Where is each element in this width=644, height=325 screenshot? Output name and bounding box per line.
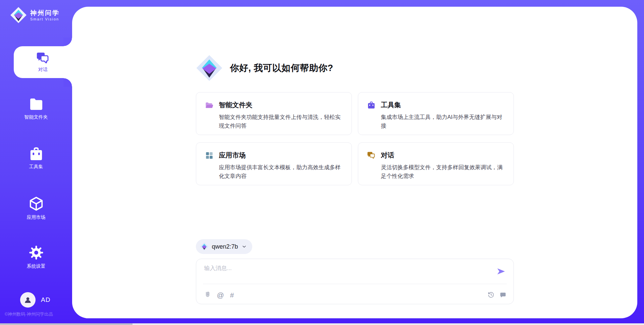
card-description: 集成市场上主流工具，助力AI与外界无缝扩展与对接 [381,113,504,130]
sidebar-item-label: 工具集 [29,164,43,170]
brand-diamond-logo-icon [10,7,27,23]
card-title: 工具集 [381,101,401,110]
card-smart-folder[interactable]: 智能文件夹 智能文件夹功能支持批量文件上传与清洗，轻松实现文件问答 [196,92,352,135]
briefcase-icon [367,101,376,110]
send-button[interactable] [496,266,506,276]
copyright-text: ©神州数码·神州问学出品 [5,311,53,317]
model-name: qwen2:7b [212,243,238,250]
topic-button[interactable]: # [230,291,234,299]
composer-toolbar: @ # [204,291,506,299]
sidebar-item-label: 系统设置 [27,263,46,269]
sidebar-item-settings[interactable]: 系统设置 [0,245,72,269]
folder-icon [29,98,44,111]
grid-cube-icon [205,151,214,160]
app-window: 神州问学 Smart Vision 对话 智能文件夹 [0,0,644,325]
greeting: 你好, 我可以如何帮助你? [196,7,514,81]
sidebar-item-chat[interactable]: 对话 [14,46,72,78]
sidebar: 神州问学 Smart Vision 对话 智能文件夹 [0,0,72,325]
model-diamond-logo-icon [200,242,209,251]
card-description: 智能文件夹功能支持批量文件上传与清洗，轻松实现文件问答 [219,113,342,130]
model-selector[interactable]: qwen2:7b [196,239,252,254]
brand-name: 神州问学 [30,9,60,17]
chat-square-icon [500,292,506,298]
paperclip-icon [204,291,211,299]
feature-cards: 智能文件夹 智能文件夹功能支持批量文件上传与清洗，轻松实现文件问答 工具集 [196,92,514,185]
new-chat-button[interactable] [500,292,506,298]
message-input[interactable] [204,264,486,282]
chat-bubbles-icon [367,151,376,159]
card-description: 应用市场提供丰富长文本模板，助力高效生成多样化文章内容 [219,163,342,180]
greeting-title: 你好, 我可以如何帮助你? [230,62,333,74]
briefcase-icon [29,147,44,161]
message-composer: @ # [196,259,514,304]
greeting-diamond-logo-icon [196,55,223,81]
horizontal-scrollbar-thumb[interactable] [0,323,132,325]
sidebar-item-label: 对话 [38,67,48,73]
avatar [20,292,36,308]
history-icon [488,291,494,298]
chevron-down-icon [241,244,247,249]
at-icon: @ [217,291,224,299]
mention-button[interactable]: @ [217,291,224,299]
hash-icon: # [230,291,234,299]
brand: 神州问学 Smart Vision [10,7,60,23]
user-name: AD [41,296,50,304]
card-title: 对话 [381,151,394,160]
chat-bubbles-icon [36,52,50,65]
history-button[interactable] [488,291,494,298]
card-title: 智能文件夹 [219,101,253,110]
horizontal-scrollbar [0,323,644,325]
sidebar-item-label: 应用市场 [27,214,46,220]
user-icon [23,295,33,305]
folder-open-icon [205,101,214,110]
user-menu[interactable]: AD [20,292,50,308]
composer-divider [203,284,507,284]
sidebar-item-app-market[interactable]: 应用市场 [0,196,72,220]
gear-icon [29,245,44,260]
card-app-market[interactable]: 应用市场 应用市场提供丰富长文本模板，助力高效生成多样化文章内容 [196,142,352,185]
card-title: 应用市场 [219,151,246,160]
sidebar-item-smart-folder[interactable]: 智能文件夹 [0,98,72,120]
sidebar-item-label: 智能文件夹 [24,114,48,120]
card-description: 灵活切换多模型文件，支持多样回复效果调试，满足个性化需求 [381,163,504,180]
main-panel: 你好, 我可以如何帮助你? 智能文件夹 智能文件夹功能支持批量文件上传与清洗，轻… [72,7,637,318]
attach-file-button[interactable] [204,291,211,299]
send-icon [496,266,506,276]
brand-subtitle: Smart Vision [30,17,60,21]
cube-icon [29,196,44,211]
card-toolset[interactable]: 工具集 集成市场上主流工具，助力AI与外界无缝扩展与对接 [358,92,514,135]
sidebar-item-toolset[interactable]: 工具集 [0,147,72,170]
card-chat[interactable]: 对话 灵活切换多模型文件，支持多样回复效果调试，满足个性化需求 [358,142,514,185]
